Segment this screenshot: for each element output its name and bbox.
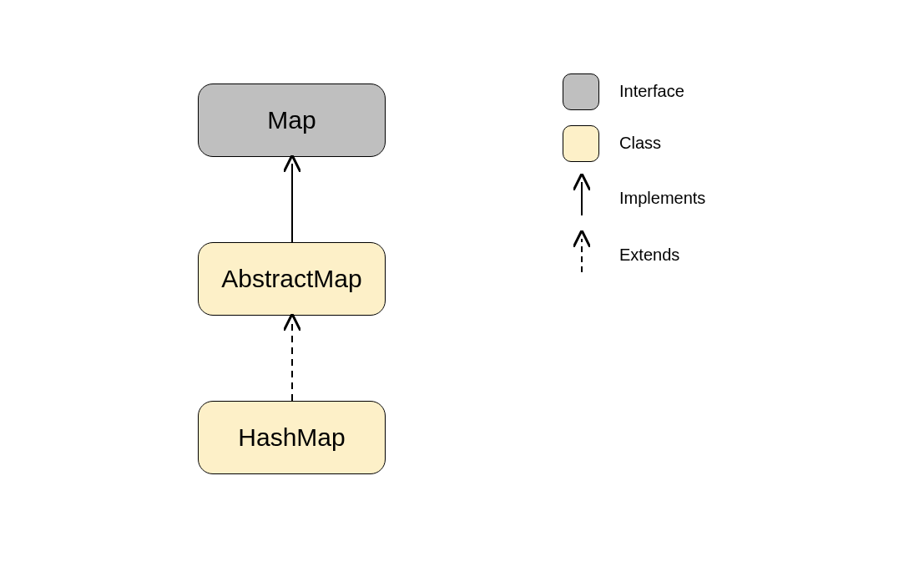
node-hash-map-label: HashMap [238,423,345,452]
legend-label-class: Class [619,134,661,153]
legend-arrow-extends [576,232,588,274]
legend-arrow-implements [576,175,588,217]
arrow-extends [284,316,300,401]
arrow-implements [284,157,300,242]
legend-swatch-class [563,125,599,162]
legend-swatch-interface [563,73,599,110]
node-abstract-map: AbstractMap [198,242,386,316]
node-map: Map [198,84,386,157]
legend-label-interface: Interface [619,82,684,101]
legend-label-implements: Implements [619,189,705,208]
legend-label-extends: Extends [619,245,679,265]
node-hash-map: HashMap [198,401,386,474]
node-abstract-map-label: AbstractMap [221,265,361,293]
node-map-label: Map [267,106,316,134]
